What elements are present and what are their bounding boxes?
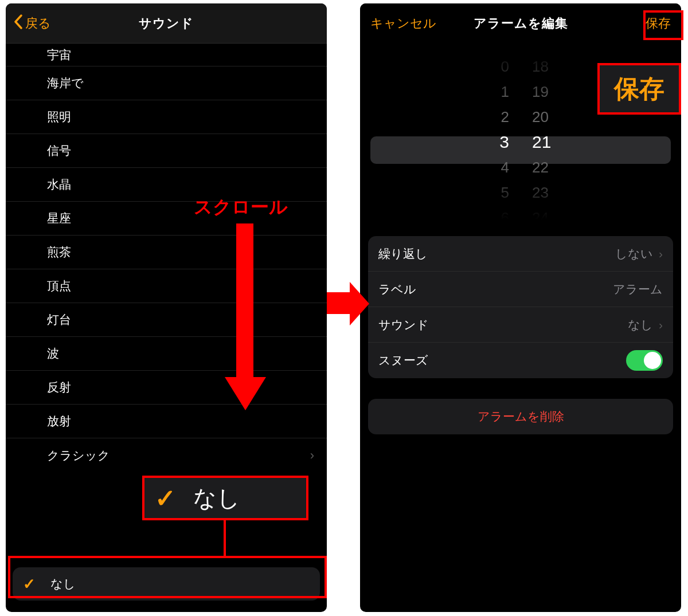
picker-selection-bar bbox=[370, 136, 671, 164]
chevron-right-icon: › bbox=[310, 448, 314, 463]
list-item[interactable]: 反射 bbox=[6, 371, 327, 405]
annotation-next-arrow bbox=[327, 275, 367, 332]
list-item[interactable]: 放射 bbox=[6, 405, 327, 438]
sound-list[interactable]: 宇宙 海岸で 照明 信号 水晶 星座 煎茶 頂点 灯台 波 反射 放射 クラシッ… bbox=[6, 44, 327, 472]
check-icon: ✓ bbox=[155, 484, 176, 513]
hour-column[interactable]: 0 1 2 3 4 5 6 bbox=[458, 54, 509, 226]
delete-alarm-button[interactable]: アラームを削除 bbox=[368, 399, 673, 434]
list-item[interactable]: 波 bbox=[6, 337, 327, 371]
nav-title: サウンド bbox=[139, 15, 194, 32]
alarm-settings: 繰り返し しない › ラベル アラーム サウンド なし › スヌーズ bbox=[368, 236, 673, 378]
nav-bar: 戻る サウンド bbox=[6, 3, 327, 44]
cancel-button[interactable]: キャンセル bbox=[370, 3, 436, 44]
snooze-row: スヌーズ bbox=[368, 343, 673, 378]
chevron-left-icon bbox=[14, 14, 23, 33]
delete-section: アラームを削除 bbox=[368, 399, 673, 434]
list-item[interactable]: 信号 bbox=[6, 134, 327, 168]
nav-title: アラームを編集 bbox=[474, 15, 568, 32]
phone-left: 戻る サウンド 宇宙 海岸で 照明 信号 水晶 星座 煎茶 頂点 灯台 波 反射… bbox=[6, 3, 327, 612]
list-item[interactable]: 照明 bbox=[6, 100, 327, 134]
list-item[interactable]: 灯台 bbox=[6, 303, 327, 337]
repeat-row[interactable]: 繰り返し しない › bbox=[368, 236, 673, 272]
minute-column[interactable]: 18 19 20 21 22 23 24 bbox=[532, 54, 584, 226]
list-item[interactable]: 宇宙 bbox=[6, 44, 327, 66]
annotation-none-row-highlight bbox=[8, 556, 327, 598]
label-row[interactable]: ラベル アラーム bbox=[368, 272, 673, 307]
chevron-right-icon: › bbox=[659, 247, 663, 261]
list-item[interactable]: 頂点 bbox=[6, 269, 327, 303]
chevron-right-icon: › bbox=[659, 318, 663, 332]
list-item[interactable]: 海岸で bbox=[6, 66, 327, 100]
annotation-connector bbox=[224, 520, 226, 557]
annotation-none-callout: ✓ なし bbox=[142, 476, 308, 520]
back-label: 戻る bbox=[25, 15, 51, 32]
annotation-scroll-arrow bbox=[228, 223, 263, 413]
nav-bar: キャンセル アラームを編集 保存 bbox=[360, 3, 681, 44]
back-button[interactable]: 戻る bbox=[14, 3, 51, 44]
annotation-save-highlight bbox=[643, 10, 683, 40]
annotation-scroll-label: スクロール bbox=[194, 195, 288, 220]
list-item[interactable]: 煎茶 bbox=[6, 236, 327, 269]
sound-row[interactable]: サウンド なし › bbox=[368, 307, 673, 343]
annotation-save-callout: 保存 bbox=[597, 63, 681, 115]
snooze-toggle[interactable] bbox=[626, 350, 663, 371]
list-item-classic[interactable]: クラシック › bbox=[6, 438, 327, 472]
